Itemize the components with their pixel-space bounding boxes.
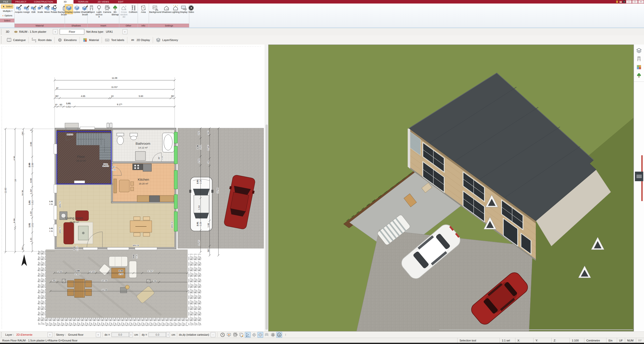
planting-strip-right[interactable] xyxy=(188,254,202,325)
dx-spinner[interactable]: ▲▼ xyxy=(129,332,133,337)
display-button[interactable]: Display xyxy=(180,4,188,14)
materials-icon[interactable] xyxy=(636,64,642,70)
view-3d[interactable] xyxy=(268,45,634,331)
edit-icon xyxy=(30,5,37,11)
status-message: Room Floor RAUM - 1.5cm plaster L=Räume … xyxy=(0,338,457,343)
chevron-down-icon[interactable]: ∨ xyxy=(123,29,127,34)
tab-3d[interactable]: 3D xyxy=(57,0,73,4)
elevations-button[interactable]: Elevations xyxy=(55,36,80,44)
render-preview-icon[interactable] xyxy=(226,332,232,338)
video-label: Video xyxy=(188,11,194,14)
plants-icon[interactable] xyxy=(636,72,642,79)
tiling-icon[interactable] xyxy=(257,332,263,338)
tab-construction[interactable]: CONSTRUCTION xyxy=(30,0,57,4)
chevron-down-icon[interactable]: ∨ xyxy=(48,332,52,337)
dy-spinner[interactable]: ▲▼ xyxy=(166,332,170,337)
display-label: Display xyxy=(65,11,73,14)
grid-icon[interactable] xyxy=(270,332,276,338)
objects-icon[interactable] xyxy=(636,56,642,62)
camera-button[interactable]: Camera xyxy=(103,4,111,14)
panel-handle[interactable] xyxy=(635,172,643,181)
area-button[interactable]: ?Area xyxy=(138,4,149,14)
dimension-label: 10.35 xyxy=(102,279,107,282)
house-plan[interactable] xyxy=(54,123,177,250)
display-button[interactable]: Display xyxy=(65,4,73,14)
collision-button[interactable]: Collision xyxy=(129,4,138,14)
acquire-button[interactable]: Acquire xyxy=(15,4,23,14)
group-label-insert: Insert xyxy=(88,24,119,27)
document-icon[interactable] xyxy=(615,0,619,3)
dx-input[interactable]: 0.0 xyxy=(111,332,129,337)
planting-strip-left[interactable] xyxy=(38,250,46,325)
layer-display-icon[interactable] xyxy=(636,48,642,54)
plan-2d-view[interactable]: 11.0811.01⁵6⁵36⁵4.65105.6036⁵6⁵831.011.5… xyxy=(0,45,265,331)
status-z: Z: xyxy=(551,338,570,343)
close-button[interactable]: × xyxy=(638,0,644,3)
background-button[interactable]: Background xyxy=(149,4,162,14)
lighting-button[interactable]: Lighting xyxy=(171,4,180,14)
update-button[interactable]: Update xyxy=(73,4,81,14)
move-label: Move xyxy=(44,11,50,14)
maximize-button[interactable]: □ xyxy=(632,0,638,3)
tab-edit[interactable]: EDIT xyxy=(114,0,127,4)
dimension-label: 2.00 xyxy=(28,163,31,167)
dimension-label: 2.00 xyxy=(73,246,75,250)
light-source-button[interactable]: Light source ▾ xyxy=(95,4,103,19)
catalogue-button[interactable]: Catalogue xyxy=(4,36,28,44)
shadows-button[interactable]: Shadows xyxy=(162,4,171,14)
3d-bitmap-button[interactable]: 3D-Bitmap xyxy=(111,4,119,16)
tab-2d-views[interactable]: 2D VIEWS xyxy=(93,0,114,4)
layer-storey-button[interactable]: Layer/Storey xyxy=(153,36,181,44)
edit-button[interactable]: Edit xyxy=(30,4,37,14)
tab-project[interactable]: PROJECT xyxy=(12,0,30,4)
dimension-label: 10 xyxy=(207,161,210,164)
text-labels-button[interactable]: TXTText labels xyxy=(102,36,127,44)
layout-icon[interactable] xyxy=(619,0,622,3)
coordinate-mode-combo[interactable]: dx,dy (relative cartesian) ∨ xyxy=(179,332,215,337)
rotate-button[interactable]: Rotate xyxy=(51,4,58,14)
net-area-combo[interactable]: UFA1 ∨ xyxy=(106,29,127,34)
select-button[interactable]: Select xyxy=(1,5,13,9)
record-camera-icon[interactable] xyxy=(232,332,238,338)
room-data-button[interactable]: ROOMRoom data xyxy=(29,36,54,44)
material-button[interactable]: Material xyxy=(80,36,102,44)
chevron-down-icon[interactable]: ∨ xyxy=(211,332,215,337)
net-area-value: UFA1 xyxy=(106,30,121,33)
bgimage-icon xyxy=(152,5,159,11)
view3d-horizontal-scrollbar[interactable] xyxy=(439,329,633,330)
tab-terrain[interactable]: TERRAIN xyxy=(73,0,93,4)
north-icon[interactable]: N xyxy=(276,332,282,338)
move-button[interactable]: Move xyxy=(44,4,51,14)
floor-button[interactable]: Floor xyxy=(60,29,84,34)
planting-strip-bottom[interactable] xyxy=(46,318,187,326)
dy-input[interactable]: 0.0 xyxy=(148,332,166,337)
scrollbar-thumb[interactable] xyxy=(266,125,268,330)
storey-combo[interactable]: Ground floor ∨ xyxy=(68,332,101,337)
rotate-label: Rotate xyxy=(51,11,58,14)
tab-file[interactable]: FILE xyxy=(0,0,12,4)
cross-section-3d-button[interactable]: Cross section 3D xyxy=(119,4,129,19)
contours-icon[interactable] xyxy=(264,332,270,338)
help-icon[interactable]: ? xyxy=(622,0,626,3)
scale-button[interactable]: Scale xyxy=(37,4,44,14)
angle-snap-icon[interactable] xyxy=(245,332,251,338)
object-button[interactable]: Object xyxy=(88,4,95,14)
toolbar-grip xyxy=(1,332,3,337)
time-icon[interactable] xyxy=(220,332,225,338)
window-bottom-edge xyxy=(0,343,644,344)
hatching-icon[interactable] xyxy=(251,332,257,338)
material-swatch-icon xyxy=(14,30,18,33)
chevron-down-icon[interactable]: ∨ xyxy=(96,332,101,337)
options-button[interactable]: Options xyxy=(1,14,13,18)
multiple-button[interactable]: Multiple▾ xyxy=(1,9,13,13)
assign-button[interactable]: Assign xyxy=(23,4,30,14)
chevron-down-icon[interactable]: ∨ xyxy=(53,29,58,34)
material-combo[interactable]: RAUM - 1.5cm plaster ∨ xyxy=(12,29,58,34)
copy-view-icon[interactable] xyxy=(239,332,244,338)
2d-display-button[interactable]: 2D2D Display xyxy=(127,36,153,44)
plan-vertical-scrollbar[interactable] xyxy=(265,45,269,331)
layer-combo[interactable]: 2D-Elemente ∨ xyxy=(16,332,52,337)
dimension-label: 1.41 xyxy=(30,238,32,242)
video-button[interactable]: Video xyxy=(188,4,195,14)
minimize-button[interactable]: – xyxy=(626,0,632,3)
